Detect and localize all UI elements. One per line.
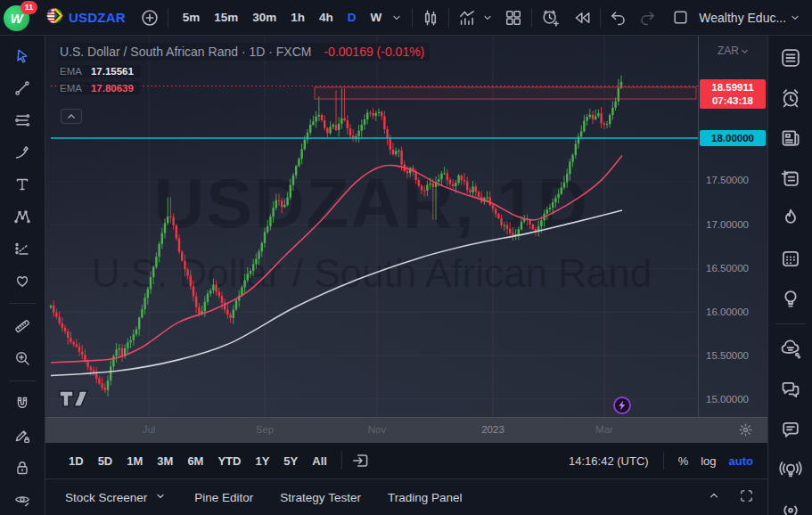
- ideas-button[interactable]: [777, 286, 804, 311]
- symbol-search-button[interactable]: USDZAR: [46, 7, 126, 28]
- panel-tab-pine-editor[interactable]: Pine Editor: [194, 486, 253, 510]
- interval-1h[interactable]: 1h: [284, 7, 311, 28]
- server-clock[interactable]: 14:16:42 (UTC): [569, 454, 649, 468]
- measure-tool[interactable]: [9, 314, 36, 339]
- support-level-label[interactable]: 18.00000: [700, 130, 766, 146]
- auto-scale-button[interactable]: auto: [729, 454, 753, 468]
- undo-button[interactable]: [607, 6, 629, 29]
- range-YTD[interactable]: YTD: [210, 451, 248, 471]
- time-tick: Mar: [595, 424, 613, 435]
- layout-name[interactable]: Wealthy Educ...: [699, 11, 786, 25]
- lock-drawings-tool[interactable]: [9, 455, 36, 480]
- notes-button[interactable]: [777, 166, 804, 191]
- ema-indicator-row[interactable]: EMA 17.80639: [58, 82, 141, 94]
- price-tick: 16.00000: [706, 307, 749, 317]
- comments-button[interactable]: [777, 417, 804, 442]
- panel-fullscreen-button[interactable]: [738, 487, 755, 508]
- top-toolbar: W 11 USDZAR 5m15m30m1h4hDW Wealthy Educ.…: [0, 0, 812, 36]
- interval-15m[interactable]: 15m: [208, 7, 244, 28]
- price-tick: 15.50000: [706, 350, 749, 361]
- interval-W[interactable]: W: [365, 7, 389, 28]
- plus-circle-icon: [140, 8, 160, 28]
- chevron-up-icon: [706, 491, 722, 506]
- currency-selector[interactable]: ZAR: [699, 45, 767, 57]
- axis-settings-button[interactable]: [737, 421, 754, 442]
- panel-expand-button[interactable]: [706, 487, 722, 507]
- bottom-panel-bar: Stock ScreenerPine EditorStrategy Tester…: [45, 478, 767, 515]
- chats-button[interactable]: [777, 377, 804, 402]
- last-price-label[interactable]: 18.59911 07:43:18: [700, 79, 766, 109]
- range-5Y[interactable]: 5Y: [276, 451, 305, 471]
- log-scale-button[interactable]: log: [701, 454, 716, 468]
- cursor-tool[interactable]: [9, 44, 36, 69]
- watchlist-button[interactable]: [777, 45, 804, 70]
- currency-code: ZAR: [718, 45, 739, 57]
- tradingview-logo-icon[interactable]: [58, 387, 94, 413]
- pattern-tool[interactable]: [9, 204, 36, 229]
- ema-indicator-row[interactable]: EMA 17.15561: [58, 65, 141, 78]
- price-change: -0.00169 (-0.01%): [324, 45, 424, 59]
- fullscreen-icon: [738, 492, 755, 507]
- range-5D[interactable]: 5D: [91, 451, 120, 471]
- save-layout-checkbox[interactable]: [669, 6, 692, 29]
- price-axis[interactable]: ZAR 17.5000017.0000016.5000016.0000015.5…: [698, 36, 767, 417]
- hotlists-button[interactable]: [777, 206, 804, 231]
- time-axis[interactable]: JulSepNov2023Mar: [45, 417, 767, 443]
- range-1M[interactable]: 1M: [119, 451, 150, 471]
- toolbar-divider: [168, 8, 168, 28]
- symbol-title[interactable]: U.S. Dollar / South African Rand · 1D · …: [60, 45, 311, 59]
- fib-retracement-tool[interactable]: [9, 108, 36, 133]
- layout-menu-button[interactable]: [786, 9, 804, 27]
- magnet-tool[interactable]: [9, 391, 36, 416]
- chart-type-button[interactable]: [419, 6, 442, 29]
- broadcast-button[interactable]: [777, 497, 804, 515]
- interval-D[interactable]: D: [341, 7, 363, 28]
- bar-countdown: 07:43:18: [712, 94, 753, 108]
- interval-5m[interactable]: 5m: [176, 7, 207, 28]
- panel-tab-strategy-tester[interactable]: Strategy Tester: [280, 486, 361, 510]
- compare-add-button[interactable]: [138, 6, 161, 29]
- interval-30m[interactable]: 30m: [246, 7, 283, 28]
- layout-button[interactable]: [502, 6, 525, 29]
- toolbar-divider: [9, 303, 36, 304]
- go-to-date-icon: [351, 451, 371, 470]
- chart-area[interactable]: USDZAR, 1D U.S. Dollar / South African R…: [45, 36, 767, 417]
- minds-button[interactable]: [777, 337, 804, 362]
- drawing-mode-tool[interactable]: [9, 423, 36, 448]
- panel-tab-trading-panel[interactable]: Trading Panel: [388, 486, 463, 510]
- event-lightning-marker[interactable]: [613, 396, 631, 414]
- app-logo[interactable]: W 11: [4, 3, 34, 33]
- indicators-menu-button[interactable]: [479, 9, 496, 27]
- hide-drawings-tool[interactable]: [9, 487, 36, 512]
- range-3M[interactable]: 3M: [150, 451, 180, 471]
- bar-replay-button[interactable]: [570, 6, 594, 29]
- forecast-tool[interactable]: [9, 236, 36, 261]
- sidebar-divider: [775, 323, 806, 324]
- streams-button[interactable]: [777, 457, 804, 482]
- alerts-button[interactable]: [777, 86, 804, 110]
- interval-4h[interactable]: 4h: [313, 7, 340, 28]
- emoji-tool[interactable]: [9, 268, 36, 293]
- go-to-date-button[interactable]: [349, 449, 373, 472]
- news-button[interactable]: [777, 126, 804, 151]
- percent-scale-button[interactable]: %: [678, 454, 689, 468]
- range-6M[interactable]: 6M: [180, 451, 210, 471]
- range-All[interactable]: All: [305, 451, 334, 471]
- price-tick: 15.00000: [706, 394, 749, 405]
- notification-badge: 11: [21, 1, 37, 14]
- calendar-button[interactable]: [777, 246, 804, 271]
- trend-line-tool[interactable]: [9, 76, 36, 101]
- indicators-button[interactable]: [455, 6, 479, 29]
- alert-clock-icon: [540, 8, 560, 28]
- redo-button[interactable]: [636, 6, 659, 29]
- chevron-down-icon: [788, 11, 802, 25]
- brush-tool[interactable]: [9, 140, 36, 165]
- range-1D[interactable]: 1D: [62, 451, 91, 471]
- zoom-in-tool[interactable]: [9, 346, 36, 371]
- panel-tab-stock-screener[interactable]: Stock Screener: [65, 484, 168, 511]
- text-tool[interactable]: [9, 172, 36, 197]
- create-alert-button[interactable]: [538, 6, 562, 29]
- legend-collapse-button[interactable]: [61, 109, 82, 124]
- interval-menu-button[interactable]: [388, 9, 406, 27]
- range-1Y[interactable]: 1Y: [248, 451, 276, 471]
